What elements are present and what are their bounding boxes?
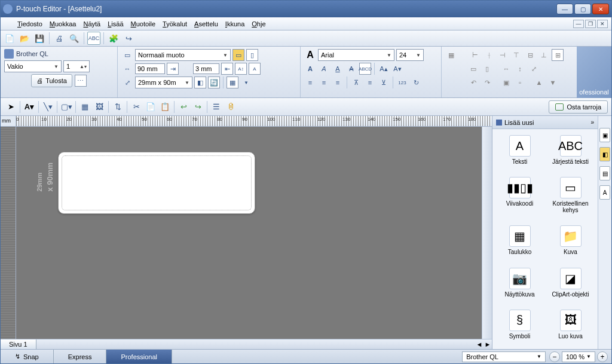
bg-icon[interactable]: ▦	[227, 77, 238, 88]
align-center-icon[interactable]: ≡	[318, 77, 330, 88]
align-grid-icon[interactable]: ⊞	[552, 49, 564, 61]
canvas[interactable]: 29mmx 90mm	[16, 127, 482, 339]
front-icon[interactable]: ▲	[533, 77, 545, 88]
dist-h-icon[interactable]: ▭	[467, 63, 479, 75]
direction-b-icon[interactable]: A	[249, 63, 261, 75]
zoom-out-button[interactable]: −	[549, 351, 560, 362]
print-icon[interactable]: 🖨	[53, 32, 66, 45]
font-dropdown[interactable]: Arial▼	[318, 49, 394, 61]
scroll-right-icon[interactable]: ►	[484, 341, 492, 348]
side-tab-1[interactable]: ▣	[599, 128, 610, 142]
shape-tool-icon[interactable]: ▢▾	[60, 100, 73, 114]
align-r-icon[interactable]: ⊣	[497, 49, 509, 61]
transfer-icon[interactable]: ↪	[122, 32, 135, 45]
valign-mid-icon[interactable]: ≡	[364, 77, 376, 88]
side-item-järjestä-teksti[interactable]: ABCJärjestä teksti	[546, 133, 595, 171]
side-item-kuva[interactable]: 📁Kuva	[546, 223, 595, 261]
mode-professional[interactable]: Professional	[106, 350, 172, 363]
length-lock-icon[interactable]: ⇥	[167, 63, 179, 75]
media-a-icon[interactable]: ◧	[194, 77, 206, 88]
side-tab-4[interactable]: A	[599, 185, 610, 200]
minimize-button[interactable]: —	[556, 4, 573, 14]
menu-lisää[interactable]: Lisää	[104, 19, 127, 29]
rotate-l-icon[interactable]: ↶	[467, 77, 479, 88]
same-w-icon[interactable]: ↔	[500, 63, 512, 75]
side-item-näyttökuva[interactable]: 📷Näyttökuva	[495, 265, 544, 304]
side-collapse-icon[interactable]: »	[590, 119, 594, 126]
menu-työkalut[interactable]: Työkalut	[159, 19, 191, 29]
menu-ohje[interactable]: Ohje	[248, 19, 269, 29]
preview-icon[interactable]: 🔍	[68, 32, 81, 45]
save-icon[interactable]: 💾	[33, 32, 46, 45]
frame-text-icon[interactable]: ABCD	[359, 63, 371, 75]
side-item-symboli[interactable]: §Symboli	[495, 307, 544, 345]
menu-tiedosto[interactable]: Tiedosto	[14, 19, 46, 29]
underline-icon[interactable]: A	[332, 63, 344, 75]
align-right-icon[interactable]: ≡	[332, 77, 344, 88]
valign-bot-icon[interactable]: ⊻	[378, 77, 390, 88]
text-tool-icon[interactable]: A▾	[23, 100, 36, 114]
side-tab-3[interactable]: ▤	[599, 166, 610, 181]
close-button[interactable]: ✕	[592, 4, 609, 14]
menu-asettelu[interactable]: Asettelu	[191, 19, 222, 29]
menu-ikkuna[interactable]: Ikkuna	[222, 19, 248, 29]
mode-snap[interactable]: ↯Snap	[1, 350, 54, 363]
redo-icon[interactable]: ↪	[191, 100, 204, 114]
side-item-luo-kuva[interactable]: 🖼Luo kuva	[546, 307, 595, 345]
bold-icon[interactable]: A	[304, 63, 316, 75]
paper-size-dropdown[interactable]: 29mm x 90m▼	[135, 77, 192, 88]
menu-näytä[interactable]: Näytä	[79, 19, 104, 29]
abc-icon[interactable]: ABC	[87, 32, 100, 45]
help-icon[interactable]	[4, 20, 13, 28]
back-icon[interactable]: ▼	[547, 77, 559, 88]
copies-spinner[interactable]: 1▲▾	[63, 60, 90, 72]
bg-arrow-icon[interactable]: ▼	[240, 77, 252, 88]
mode-express[interactable]: Express	[54, 350, 107, 363]
status-printer-dropdown[interactable]: Brother QL▼	[462, 351, 546, 362]
menu-muotoile[interactable]: Muotoile	[127, 19, 160, 29]
rotate-r-icon[interactable]: ↷	[481, 77, 493, 88]
line-tool-icon[interactable]: ╲▾	[41, 100, 54, 114]
valign-top-icon[interactable]: ⊼	[350, 77, 362, 88]
feed-icon[interactable]: ⇤	[221, 63, 233, 75]
numbering-icon[interactable]: 123	[396, 77, 408, 88]
properties-icon[interactable]: ☰	[210, 100, 223, 114]
page-tab-1[interactable]: Sivu 1	[1, 339, 36, 349]
dist-v-icon[interactable]: ▯	[481, 63, 493, 75]
side-item-koristeellinen-kehys[interactable]: ▭Koristeellinen kehys	[546, 175, 595, 219]
preset-dropdown[interactable]: Vakio▼	[4, 60, 62, 72]
side-item-clipart-objekti[interactable]: ◪ClipArt-objekti	[546, 265, 595, 304]
wizard-icon[interactable]: 🧩	[107, 32, 120, 45]
side-item-taulukko[interactable]: ▦Taulukko	[495, 223, 544, 261]
italic-icon[interactable]: A	[318, 63, 330, 75]
zoom-in-button[interactable]: +	[597, 351, 608, 362]
side-tab-2[interactable]: ◧	[599, 147, 610, 161]
paste-icon[interactable]: 📋	[158, 100, 172, 114]
arrange-tool-icon[interactable]: ⇅	[111, 100, 124, 114]
font-grow-icon[interactable]: A▴	[378, 63, 390, 75]
ungroup-icon[interactable]: ▫	[514, 77, 526, 88]
label-object[interactable]	[58, 152, 255, 214]
buy-labels-button[interactable]: Osta tarroja	[549, 100, 608, 114]
rotate-text-icon[interactable]: ↻	[410, 77, 422, 88]
undo-icon[interactable]: ↩	[177, 100, 190, 114]
new-icon[interactable]: 📄	[3, 32, 16, 45]
paper-style-dropdown[interactable]: Normaali muoto▼	[135, 49, 231, 61]
media-b-icon[interactable]: 🔄	[208, 77, 220, 88]
font-shrink-icon[interactable]: A▾	[391, 63, 403, 75]
margin-field[interactable]: 3 mm	[193, 63, 219, 74]
font-size-dropdown[interactable]: 24▼	[396, 49, 424, 61]
maximize-button[interactable]: ▢	[574, 4, 591, 14]
align-left-icon[interactable]: ≡	[304, 77, 316, 88]
align-l-icon[interactable]: ⊢	[469, 49, 481, 61]
zoom-value[interactable]: 100 % ▼	[562, 351, 595, 362]
same-h-icon[interactable]: ↕	[514, 63, 526, 75]
cut-icon[interactable]: ✂	[130, 100, 143, 114]
orientation-portrait-icon[interactable]: ▯	[246, 49, 258, 61]
orientation-landscape-icon[interactable]: ▭	[232, 49, 244, 61]
side-item-teksti[interactable]: ATeksti	[495, 133, 544, 171]
align-t-icon[interactable]: ⊤	[510, 49, 522, 61]
mdi-minimize-button[interactable]: —	[573, 20, 584, 28]
scrollbar-vertical[interactable]	[482, 127, 492, 339]
direction-a-icon[interactable]: A↕	[235, 63, 247, 75]
